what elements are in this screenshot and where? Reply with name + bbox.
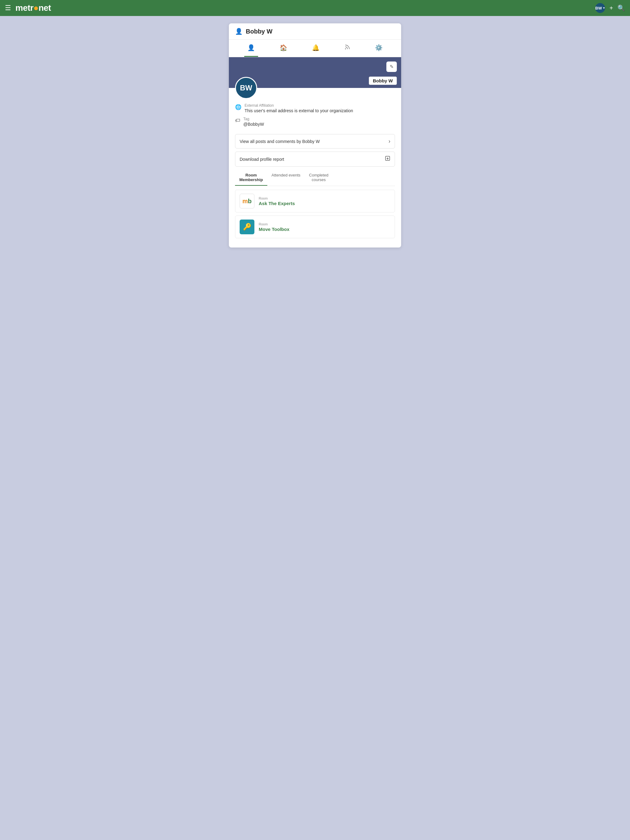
tag-value: @BobbyW (243, 122, 264, 127)
subtab-courses[interactable]: Completedcourses (305, 170, 333, 186)
logo: metr●net (15, 3, 595, 13)
view-posts-label: View all posts and comments by Bobby W (240, 139, 320, 144)
room-label-move-toolbox: Room (259, 222, 290, 226)
svg-point-0 (345, 49, 346, 49)
room-name-ask-experts: Ask The Experts (259, 201, 295, 206)
panel-wrapper: 👤 Bobby W 👤 🏠 🔔 ⚙️ ✎ Bobby W (0, 16, 630, 255)
mb-m-letter: m (242, 198, 248, 204)
topnav-right: BW ▼ + 🔍 (595, 3, 625, 13)
room-info-move-toolbox: Room Move Toolbox (259, 222, 290, 232)
download-report-button[interactable]: Download profile report (235, 152, 395, 167)
room-card-move-toolbox[interactable]: 🔑 Room Move Toolbox (235, 216, 395, 238)
tag-row: 🏷 Tag @BobbyW (235, 117, 395, 127)
key-icon: 🔑 (243, 223, 251, 231)
add-icon[interactable]: + (609, 5, 613, 12)
edit-icon: ✎ (390, 64, 394, 69)
affiliation-value: This user's email address is external to… (245, 108, 353, 113)
affiliation-content: External Affiliation This user's email a… (245, 103, 353, 113)
room-info-ask-experts: Room Ask The Experts (259, 196, 295, 206)
user-icon: 👤 (235, 28, 243, 35)
globe-icon: 🌐 (235, 104, 242, 111)
room-logo-mb: mb (240, 194, 255, 208)
affiliation-label: External Affiliation (245, 103, 353, 107)
tab-profile[interactable]: 👤 (244, 39, 258, 57)
mb-b-letter: b (248, 198, 252, 204)
user-profile-panel: 👤 Bobby W 👤 🏠 🔔 ⚙️ ✎ Bobby W (229, 24, 401, 248)
sub-tabs: RoomMembership Attended events Completed… (235, 170, 395, 186)
panel-header: 👤 Bobby W (229, 24, 401, 39)
avatar-initials: BW (240, 84, 252, 92)
mb-logo-text: mb (242, 198, 252, 205)
dropdown-arrow: ▼ (603, 6, 605, 9)
info-section: 🌐 External Affiliation This user's email… (229, 102, 401, 134)
topnav: ☰ metr●net BW ▼ + 🔍 (0, 0, 630, 16)
user-avatar-badge[interactable]: BW ▼ (595, 3, 605, 13)
room-list: mb Room Ask The Experts 🔑 Room Move Tool… (229, 186, 401, 248)
download-icon (385, 156, 390, 163)
logo-dot: ● (33, 3, 38, 13)
tab-home[interactable]: 🏠 (277, 39, 290, 57)
hamburger-icon[interactable]: ☰ (5, 4, 11, 12)
room-name-move-toolbox: Move Toolbox (259, 227, 290, 232)
logo-text: metr●net (15, 3, 51, 13)
affiliation-row: 🌐 External Affiliation This user's email… (235, 103, 395, 113)
tab-feed[interactable] (341, 39, 353, 57)
chevron-right-icon: › (388, 138, 390, 145)
tag-label: Tag (243, 117, 264, 121)
download-report-label: Download profile report (240, 157, 284, 162)
tab-notifications[interactable]: 🔔 (309, 39, 323, 57)
avatar-initials: BW (595, 6, 602, 11)
edit-profile-button[interactable]: ✎ (386, 62, 397, 72)
room-logo-key: 🔑 (240, 219, 255, 234)
room-card-ask-the-experts[interactable]: mb Room Ask The Experts (235, 190, 395, 212)
avatar: BW (235, 77, 257, 99)
tag-icon: 🏷 (235, 117, 240, 123)
subtab-events[interactable]: Attended events (268, 170, 305, 186)
view-posts-button[interactable]: View all posts and comments by Bobby W › (235, 134, 395, 148)
tab-settings[interactable]: ⚙️ (372, 39, 386, 57)
search-icon[interactable]: 🔍 (617, 4, 625, 12)
panel-title: Bobby W (246, 28, 272, 35)
avatar-area: BW (229, 77, 401, 99)
room-label-ask-experts: Room (259, 196, 295, 200)
tag-content: Tag @BobbyW (243, 117, 264, 127)
subtab-membership[interactable]: RoomMembership (235, 170, 268, 186)
profile-tabs: 👤 🏠 🔔 ⚙️ (229, 39, 401, 57)
